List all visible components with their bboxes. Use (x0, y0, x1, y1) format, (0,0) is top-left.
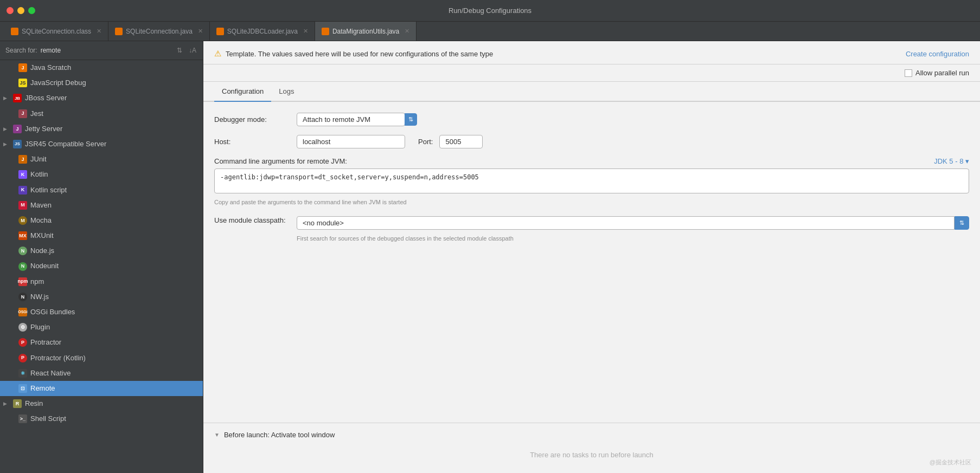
plugin-icon: ⚙ (18, 323, 27, 332)
mocha-icon: M (18, 216, 27, 225)
debugger-mode-arrow[interactable]: ⇅ (405, 113, 417, 126)
protractor-kotlin-icon: P (18, 354, 27, 362)
close-button[interactable] (7, 7, 14, 14)
list-item-jboss[interactable]: ▶ JB JBoss Server (0, 90, 203, 106)
module-hint: First search for sources of the debugged… (297, 232, 969, 245)
tab-close-icon[interactable]: ✕ (97, 28, 101, 35)
debugger-mode-row: Debugger mode: Attach to remote JVM ⇅ (214, 113, 969, 126)
jetty-icon: J (13, 125, 22, 133)
module-label: Use module classpath: (214, 216, 290, 224)
titlebar: Run/Debug Configurations (0, 0, 980, 22)
list-item-mocha[interactable]: M Mocha (0, 213, 203, 228)
tab-sqlite-loader[interactable]: SQLiteJDBCLoader.java ✕ (210, 22, 315, 41)
jsr-icon: JS (13, 140, 22, 148)
js-icon: JS (18, 79, 27, 87)
module-row: Use module classpath: <no module> ⇅ Firs… (214, 216, 969, 245)
junit-icon: J (18, 155, 27, 164)
tab-datamigration[interactable]: DataMigrationUtils.java ✕ (315, 22, 417, 41)
list-item-resin[interactable]: ▶ R Resin (0, 396, 203, 411)
debugger-mode-select[interactable]: Attach to remote JVM (297, 113, 405, 126)
nodeunit-icon: N (18, 262, 27, 271)
nodejs-icon: N (18, 247, 27, 255)
react-native-icon: ⚛ (18, 369, 27, 378)
before-launch-header: ▼ Before launch: Activate tool window (214, 431, 969, 439)
arrow-icon: ▶ (3, 141, 9, 148)
tab-logs[interactable]: Logs (271, 82, 302, 102)
class-file-icon (11, 28, 18, 35)
config-list: J Java Scratch JS JavaScript Debug ▶ JB … (0, 60, 203, 473)
debugger-mode-select-container: Attach to remote JVM ⇅ (297, 113, 417, 126)
kotlin-script-icon: K (18, 186, 27, 195)
list-item-js-debug[interactable]: JS JavaScript Debug (0, 75, 203, 90)
allow-parallel-checkbox[interactable] (905, 69, 912, 77)
maven-icon: M (18, 201, 27, 210)
tab-sqlite-java[interactable]: SQLiteConnection.java ✕ (108, 22, 210, 41)
list-item-protractor-kotlin[interactable]: P Protractor (Kotlin) (0, 351, 203, 366)
tab-close-icon[interactable]: ✕ (198, 28, 203, 35)
list-item-nodejs[interactable]: N Node.js (0, 243, 203, 258)
npm-icon: npm (18, 277, 27, 286)
warning-icon: ⚠ (214, 49, 221, 59)
before-launch-toggle[interactable]: ▼ (214, 432, 220, 438)
java-file-icon (216, 28, 224, 35)
list-item-shell[interactable]: >_ Shell Script (0, 411, 203, 426)
maximize-button[interactable] (28, 7, 35, 14)
tab-close-icon[interactable]: ✕ (405, 28, 409, 35)
search-label: Search for: (5, 47, 37, 54)
list-item-junit[interactable]: J JUnit (0, 152, 203, 167)
list-item-kotlin[interactable]: K Kotlin (0, 167, 203, 182)
list-item-osgi[interactable]: OSGi OSGi Bundles (0, 304, 203, 320)
module-select-wrap: <no module> ⇅ (297, 216, 969, 230)
java-file-icon (322, 28, 329, 35)
search-actions: ⇅ ↓A (175, 46, 197, 55)
list-item-protractor[interactable]: P Protractor (0, 335, 203, 350)
sidebar: Search for: ⇅ ↓A J Java Scratch JS JavaS… (0, 41, 203, 473)
module-select[interactable]: <no module> (297, 216, 955, 230)
list-item-java-scratch[interactable]: J Java Scratch (0, 60, 203, 75)
list-item-kotlin-script[interactable]: K Kotlin script (0, 183, 203, 198)
host-input[interactable] (297, 135, 405, 148)
module-select-arrow[interactable]: ⇅ (955, 216, 969, 230)
list-item-react-native[interactable]: ⚛ React Native (0, 366, 203, 381)
list-item-jetty[interactable]: ▶ J Jetty Server (0, 121, 203, 137)
host-label: Host: (214, 138, 290, 146)
command-textarea[interactable]: -agentlib:jdwp=transport=dt_socket,serve… (214, 169, 969, 193)
arrow-icon: ▶ (3, 126, 9, 133)
sort-icon[interactable]: ⇅ (175, 46, 184, 55)
nwjs-icon: N (18, 293, 27, 301)
list-item-plugin[interactable]: ⚙ Plugin (0, 320, 203, 335)
java-icon: J (18, 63, 27, 72)
window-controls (7, 7, 35, 14)
debugger-mode-label: Debugger mode: (214, 115, 290, 124)
list-item-jest[interactable]: J Jest (0, 106, 203, 121)
form-area: Debugger mode: Attach to remote JVM ⇅ Ho… (203, 102, 980, 423)
main-layout: Search for: ⇅ ↓A J Java Scratch JS JavaS… (0, 41, 980, 473)
search-input[interactable] (41, 47, 171, 54)
create-configuration-link[interactable]: Create configuration (906, 50, 969, 58)
command-section: Command line arguments for remote JVM: J… (214, 157, 969, 208)
warning-message: ⚠ Template. The values saved here will b… (214, 49, 493, 59)
tab-configuration[interactable]: Configuration (214, 82, 271, 102)
list-item-nwjs[interactable]: N NW.js (0, 289, 203, 304)
tab-sqlite-class[interactable]: SQLiteConnection.class ✕ (4, 22, 108, 41)
protractor-icon: P (18, 338, 27, 347)
java-file-icon (115, 28, 123, 35)
shell-icon: >_ (18, 414, 27, 423)
before-launch-section: ▼ Before launch: Activate tool window Th… (203, 423, 980, 473)
list-item-maven[interactable]: M Maven (0, 198, 203, 213)
list-item-mxunit[interactable]: MX MXUnit (0, 228, 203, 243)
tab-close-icon[interactable]: ✕ (303, 28, 308, 35)
list-item-npm[interactable]: npm npm (0, 274, 203, 289)
tab-bar: SQLiteConnection.class ✕ SQLiteConnectio… (0, 22, 980, 41)
filter-icon[interactable]: ↓A (188, 46, 197, 55)
list-item-jsr45[interactable]: ▶ JS JSR45 Compatible Server (0, 137, 203, 152)
port-input[interactable] (439, 135, 483, 148)
dialog-title: Run/Debug Configurations (449, 7, 531, 15)
arrow-icon: ▶ (3, 400, 9, 407)
list-item-remote[interactable]: ⊡ Remote (0, 381, 203, 396)
jdk-version-link[interactable]: JDK 5 - 8 ▾ (934, 157, 969, 165)
list-item-nodeunit[interactable]: N Nodeunit (0, 258, 203, 274)
minimize-button[interactable] (17, 7, 24, 14)
jest-icon: J (18, 109, 27, 118)
host-port-row: Host: Port: (214, 135, 969, 148)
